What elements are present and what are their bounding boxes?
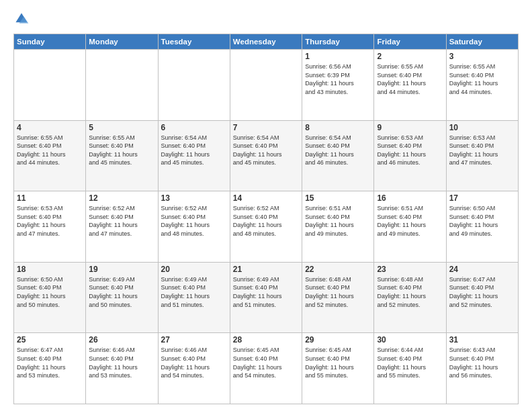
calendar-cell: 31Sunrise: 6:43 AM Sunset: 6:40 PM Dayli…: [446, 333, 518, 404]
calendar-cell: [86, 50, 158, 121]
calendar-cell: 24Sunrise: 6:47 AM Sunset: 6:40 PM Dayli…: [446, 262, 518, 333]
calendar-cell: 18Sunrise: 6:50 AM Sunset: 6:40 PM Dayli…: [14, 262, 86, 333]
calendar-cell: 27Sunrise: 6:46 AM Sunset: 6:40 PM Dayli…: [158, 333, 230, 404]
day-number: 14: [233, 193, 299, 203]
calendar-week-row: 25Sunrise: 6:47 AM Sunset: 6:40 PM Dayli…: [14, 333, 519, 404]
day-info: Sunrise: 6:55 AM Sunset: 6:40 PM Dayligh…: [89, 134, 154, 167]
calendar-cell: [230, 50, 302, 121]
day-number: 2: [377, 52, 443, 61]
weekday-header: Thursday: [302, 34, 374, 50]
day-info: Sunrise: 6:47 AM Sunset: 6:40 PM Dayligh…: [449, 275, 515, 309]
day-info: Sunrise: 6:55 AM Sunset: 6:40 PM Dayligh…: [449, 62, 515, 96]
day-number: 26: [89, 335, 154, 345]
calendar-week-row: 1Sunrise: 6:56 AM Sunset: 6:39 PM Daylig…: [14, 50, 519, 121]
day-number: 6: [161, 123, 227, 132]
calendar-cell: 16Sunrise: 6:51 AM Sunset: 6:40 PM Dayli…: [374, 191, 446, 263]
day-number: 27: [161, 335, 227, 345]
day-number: 5: [89, 123, 154, 132]
header: [13, 11, 519, 27]
day-number: 11: [17, 193, 83, 203]
day-number: 18: [17, 265, 83, 274]
day-number: 7: [233, 123, 299, 132]
day-number: 28: [233, 335, 299, 345]
calendar-cell: 29Sunrise: 6:45 AM Sunset: 6:40 PM Dayli…: [302, 333, 374, 404]
weekday-header: Wednesday: [230, 34, 302, 50]
day-number: 4: [17, 123, 83, 132]
calendar-cell: 11Sunrise: 6:53 AM Sunset: 6:40 PM Dayli…: [14, 191, 86, 263]
calendar-cell: 8Sunrise: 6:54 AM Sunset: 6:40 PM Daylig…: [302, 120, 374, 191]
day-info: Sunrise: 6:46 AM Sunset: 6:40 PM Dayligh…: [161, 346, 227, 379]
day-number: 10: [449, 123, 515, 132]
calendar-cell: 17Sunrise: 6:50 AM Sunset: 6:40 PM Dayli…: [446, 191, 518, 263]
day-info: Sunrise: 6:52 AM Sunset: 6:40 PM Dayligh…: [89, 204, 154, 238]
day-info: Sunrise: 6:51 AM Sunset: 6:40 PM Dayligh…: [305, 204, 371, 238]
calendar-cell: 9Sunrise: 6:53 AM Sunset: 6:40 PM Daylig…: [374, 120, 446, 191]
calendar-cell: 25Sunrise: 6:47 AM Sunset: 6:40 PM Dayli…: [14, 333, 86, 404]
calendar-cell: 15Sunrise: 6:51 AM Sunset: 6:40 PM Dayli…: [302, 191, 374, 263]
calendar-cell: 14Sunrise: 6:52 AM Sunset: 6:40 PM Dayli…: [230, 191, 302, 263]
day-info: Sunrise: 6:51 AM Sunset: 6:40 PM Dayligh…: [377, 204, 443, 238]
day-info: Sunrise: 6:54 AM Sunset: 6:40 PM Dayligh…: [305, 134, 371, 167]
day-info: Sunrise: 6:49 AM Sunset: 6:40 PM Dayligh…: [233, 275, 299, 309]
day-info: Sunrise: 6:49 AM Sunset: 6:40 PM Dayligh…: [161, 275, 227, 309]
day-info: Sunrise: 6:50 AM Sunset: 6:40 PM Dayligh…: [17, 275, 83, 309]
logo: [13, 11, 32, 27]
calendar-cell: 30Sunrise: 6:44 AM Sunset: 6:40 PM Dayli…: [374, 333, 446, 404]
day-info: Sunrise: 6:46 AM Sunset: 6:40 PM Dayligh…: [89, 346, 154, 379]
day-number: 24: [449, 265, 515, 274]
calendar-table: SundayMondayTuesdayWednesdayThursdayFrid…: [13, 34, 519, 404]
day-info: Sunrise: 6:56 AM Sunset: 6:39 PM Dayligh…: [305, 62, 371, 96]
day-info: Sunrise: 6:53 AM Sunset: 6:40 PM Dayligh…: [377, 134, 443, 167]
day-number: 3: [449, 52, 515, 61]
calendar-cell: 19Sunrise: 6:49 AM Sunset: 6:40 PM Dayli…: [86, 262, 158, 333]
day-info: Sunrise: 6:50 AM Sunset: 6:40 PM Dayligh…: [449, 204, 515, 238]
day-info: Sunrise: 6:53 AM Sunset: 6:40 PM Dayligh…: [449, 134, 515, 167]
calendar-week-row: 18Sunrise: 6:50 AM Sunset: 6:40 PM Dayli…: [14, 262, 519, 333]
page: SundayMondayTuesdayWednesdayThursdayFrid…: [0, 0, 532, 411]
day-info: Sunrise: 6:48 AM Sunset: 6:40 PM Dayligh…: [305, 275, 371, 309]
weekday-header: Sunday: [14, 34, 86, 50]
day-number: 12: [89, 193, 154, 203]
calendar-cell: 20Sunrise: 6:49 AM Sunset: 6:40 PM Dayli…: [158, 262, 230, 333]
day-number: 23: [377, 265, 443, 274]
day-info: Sunrise: 6:52 AM Sunset: 6:40 PM Dayligh…: [161, 204, 227, 238]
calendar-cell: 26Sunrise: 6:46 AM Sunset: 6:40 PM Dayli…: [86, 333, 158, 404]
calendar-cell: 3Sunrise: 6:55 AM Sunset: 6:40 PM Daylig…: [446, 50, 518, 121]
day-info: Sunrise: 6:54 AM Sunset: 6:40 PM Dayligh…: [161, 134, 227, 167]
day-number: 16: [377, 193, 443, 203]
day-number: 30: [377, 335, 443, 345]
day-number: 29: [305, 335, 371, 345]
day-number: 19: [89, 265, 154, 274]
day-number: 8: [305, 123, 371, 132]
day-info: Sunrise: 6:44 AM Sunset: 6:40 PM Dayligh…: [377, 346, 443, 379]
logo-icon: [13, 11, 30, 27]
day-info: Sunrise: 6:52 AM Sunset: 6:40 PM Dayligh…: [233, 204, 299, 238]
weekday-header: Monday: [86, 34, 158, 50]
calendar-header-row: SundayMondayTuesdayWednesdayThursdayFrid…: [14, 34, 519, 50]
calendar-cell: [14, 50, 86, 121]
day-number: 20: [161, 265, 227, 274]
calendar-week-row: 4Sunrise: 6:55 AM Sunset: 6:40 PM Daylig…: [14, 120, 519, 191]
day-info: Sunrise: 6:48 AM Sunset: 6:40 PM Dayligh…: [377, 275, 443, 309]
calendar-cell: 21Sunrise: 6:49 AM Sunset: 6:40 PM Dayli…: [230, 262, 302, 333]
calendar-cell: 23Sunrise: 6:48 AM Sunset: 6:40 PM Dayli…: [374, 262, 446, 333]
calendar-cell: 28Sunrise: 6:45 AM Sunset: 6:40 PM Dayli…: [230, 333, 302, 404]
calendar-cell: 4Sunrise: 6:55 AM Sunset: 6:40 PM Daylig…: [14, 120, 86, 191]
calendar-cell: 6Sunrise: 6:54 AM Sunset: 6:40 PM Daylig…: [158, 120, 230, 191]
calendar-cell: 1Sunrise: 6:56 AM Sunset: 6:39 PM Daylig…: [302, 50, 374, 121]
day-info: Sunrise: 6:55 AM Sunset: 6:40 PM Dayligh…: [17, 134, 83, 167]
calendar-week-row: 11Sunrise: 6:53 AM Sunset: 6:40 PM Dayli…: [14, 191, 519, 263]
day-info: Sunrise: 6:45 AM Sunset: 6:40 PM Dayligh…: [233, 346, 299, 379]
calendar-cell: 13Sunrise: 6:52 AM Sunset: 6:40 PM Dayli…: [158, 191, 230, 263]
day-info: Sunrise: 6:45 AM Sunset: 6:40 PM Dayligh…: [305, 346, 371, 379]
day-number: 15: [305, 193, 371, 203]
calendar-cell: 12Sunrise: 6:52 AM Sunset: 6:40 PM Dayli…: [86, 191, 158, 263]
day-number: 21: [233, 265, 299, 274]
weekday-header: Saturday: [446, 34, 518, 50]
day-number: 22: [305, 265, 371, 274]
day-number: 31: [449, 335, 515, 345]
calendar-cell: 2Sunrise: 6:55 AM Sunset: 6:40 PM Daylig…: [374, 50, 446, 121]
day-info: Sunrise: 6:49 AM Sunset: 6:40 PM Dayligh…: [89, 275, 154, 309]
weekday-header: Friday: [374, 34, 446, 50]
day-number: 25: [17, 335, 83, 345]
